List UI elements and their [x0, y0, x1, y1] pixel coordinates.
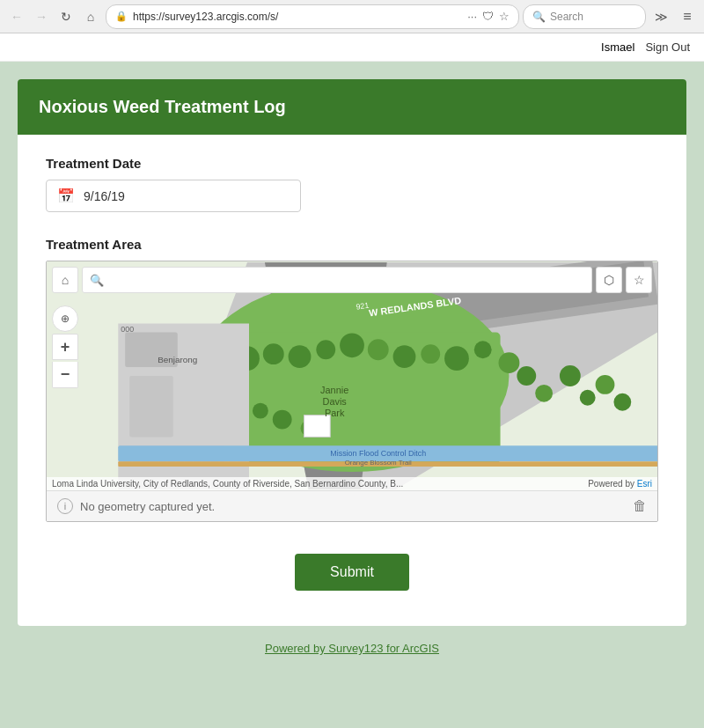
map-footer: i No geometry captured yet. 🗑 — [47, 490, 657, 521]
search-placeholder: Search — [550, 11, 583, 23]
powered-by-text: Powered by Esri — [588, 479, 652, 489]
svg-point-20 — [517, 366, 536, 386]
no-geometry-text: No geometry captured yet. — [80, 500, 215, 513]
forward-button[interactable]: → — [30, 5, 53, 28]
browser-search-bar[interactable]: 🔍 Search — [523, 4, 646, 29]
map-search-icon: 🔍 — [90, 274, 104, 287]
user-bar: Ismael Sign Out — [0, 33, 704, 62]
svg-point-12 — [368, 339, 389, 360]
svg-point-15 — [444, 346, 469, 371]
browser-chrome: ← → ↻ ⌂ 🔒 https://survey123.arcgis.com/s… — [0, 0, 704, 33]
page-wrapper: Noxious Weed Treatment Log Treatment Dat… — [0, 62, 704, 722]
zoom-in-button[interactable]: + — [52, 334, 78, 360]
submit-button[interactable]: Submit — [295, 554, 409, 591]
svg-point-22 — [560, 365, 581, 386]
map-svg: W REDLANDS BLVD 921 Jannie Davis Park Be… — [47, 261, 657, 490]
browser-toolbar: ← → ↻ ⌂ 🔒 https://survey123.arcgis.com/s… — [0, 0, 704, 33]
svg-point-23 — [580, 390, 596, 406]
form-header: Noxious Weed Treatment Log — [18, 79, 686, 135]
map-attribution: Loma Linda University, City of Redlands,… — [47, 477, 657, 490]
date-value: 9/16/19 — [84, 189, 125, 203]
back-button[interactable]: ← — [5, 5, 28, 28]
map-canvas[interactable]: W REDLANDS BLVD 921 Jannie Davis Park Be… — [47, 261, 657, 490]
shield-icon: 🛡 — [482, 10, 494, 23]
svg-text:Jannie: Jannie — [320, 385, 348, 395]
map-crosshair-button[interactable]: ⊕ — [52, 305, 78, 332]
svg-text:Park: Park — [325, 408, 345, 418]
map-sketch-button[interactable]: ⬡ — [596, 267, 622, 293]
svg-point-9 — [289, 345, 312, 368]
svg-text:Mission Flood Control Ditch: Mission Flood Control Ditch — [330, 449, 426, 458]
svg-point-19 — [253, 403, 268, 419]
svg-point-14 — [421, 344, 440, 364]
esri-link[interactable]: Esri — [637, 479, 652, 489]
menu-button[interactable]: ≡ — [676, 5, 699, 28]
home-button[interactable]: ⌂ — [79, 5, 102, 28]
form-body: Treatment Date 📅 9/16/19 Treatment Area — [18, 135, 686, 626]
svg-text:Davis: Davis — [323, 396, 348, 407]
address-bar[interactable]: 🔒 https://survey123.arcgis.com/s/ ··· 🛡 … — [106, 4, 519, 29]
more-button[interactable]: ··· — [467, 10, 477, 23]
date-input[interactable]: 📅 9/16/19 — [46, 180, 301, 212]
search-icon: 🔍 — [532, 11, 546, 23]
refresh-button[interactable]: ↻ — [55, 5, 77, 28]
svg-text:Benjarong: Benjarong — [158, 355, 197, 364]
zoom-out-button[interactable]: − — [52, 362, 78, 388]
treatment-area-group: Treatment Area — [46, 237, 658, 522]
map-bookmark-button[interactable]: ☆ — [626, 267, 652, 293]
map-right-buttons: ⬡ ☆ — [596, 267, 652, 293]
bookmark-icon[interactable]: ☆ — [499, 10, 510, 23]
map-zoom-controls: ⊕ + − — [52, 305, 78, 388]
page-footer: Powered by Survey123 for ArcGIS — [18, 626, 686, 670]
username-label: Ismael — [601, 40, 634, 54]
svg-text:Orange Blossom Trail: Orange Blossom Trail — [345, 459, 412, 467]
treatment-area-label: Treatment Area — [46, 237, 658, 252]
map-home-button[interactable]: ⌂ — [52, 267, 78, 293]
svg-rect-47 — [304, 415, 330, 438]
calendar-icon: 📅 — [57, 188, 75, 204]
svg-point-16 — [474, 341, 492, 358]
svg-point-17 — [499, 352, 520, 373]
url-text: https://survey123.arcgis.com/s/ — [133, 11, 462, 23]
map-container: W REDLANDS BLVD 921 Jannie Davis Park Be… — [46, 261, 658, 522]
extend-button[interactable]: ≫ — [649, 5, 672, 28]
attribution-text: Loma Linda University, City of Redlands,… — [52, 479, 403, 489]
svg-point-21 — [535, 385, 553, 402]
info-icon: i — [57, 498, 73, 514]
treatment-date-group: Treatment Date 📅 9/16/19 — [46, 156, 658, 212]
nav-buttons: ← → ↻ ⌂ — [5, 5, 102, 28]
svg-point-11 — [340, 333, 364, 357]
delete-geometry-button[interactable]: 🗑 — [633, 498, 647, 514]
map-search-box[interactable]: 🔍 — [82, 267, 592, 293]
treatment-date-label: Treatment Date — [46, 156, 658, 171]
lock-icon: 🔒 — [115, 11, 128, 22]
map-toolbar: ⌂ 🔍 ⬡ ☆ — [47, 261, 657, 298]
form-title: Noxious Weed Treatment Log — [39, 97, 286, 116]
submit-area: Submit — [46, 554, 658, 591]
svg-rect-30 — [129, 376, 173, 437]
svg-text:921: 921 — [356, 301, 370, 312]
svg-point-26 — [273, 410, 292, 430]
powered-by-link[interactable]: Powered by Survey123 for ArcGIS — [265, 642, 439, 655]
form-card: Noxious Weed Treatment Log Treatment Dat… — [18, 79, 686, 626]
svg-point-8 — [263, 343, 284, 364]
svg-point-13 — [393, 345, 416, 368]
svg-text:000: 000 — [121, 325, 134, 334]
svg-point-24 — [596, 375, 615, 394]
map-footer-left: i No geometry captured yet. — [57, 498, 215, 514]
svg-point-25 — [613, 393, 631, 411]
svg-point-10 — [316, 340, 335, 359]
signout-link[interactable]: Sign Out — [645, 40, 690, 54]
